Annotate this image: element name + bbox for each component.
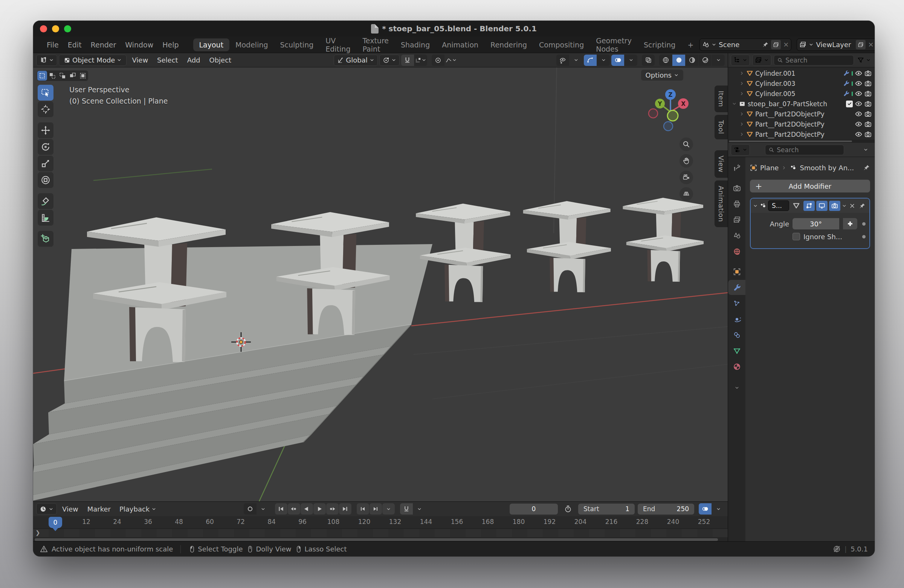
perspective-ortho-button[interactable]: [680, 187, 693, 201]
sidebar-tab-view[interactable]: View: [714, 150, 728, 178]
tool-rotate[interactable]: [38, 139, 54, 155]
decorator-dot[interactable]: [862, 222, 866, 226]
auto-keying-toggle[interactable]: [244, 503, 256, 515]
hide-viewport-icon[interactable]: [855, 131, 862, 138]
proportional-editing-toggle[interactable]: [431, 55, 444, 66]
xray-toggle[interactable]: [642, 55, 655, 66]
frame-jump-dropdown[interactable]: [382, 503, 395, 515]
outliner-search[interactable]: [774, 55, 854, 66]
sidebar-tab-tool[interactable]: Tool: [714, 115, 728, 139]
tab-animation[interactable]: Animation: [436, 38, 484, 51]
channel-expander[interactable]: ❯: [35, 529, 40, 536]
gizmos-toggle[interactable]: [584, 55, 597, 66]
modifier-edit-mode-toggle[interactable]: [791, 201, 802, 211]
current-frame-field[interactable]: 0: [510, 504, 558, 515]
tool-select-box[interactable]: [38, 85, 54, 101]
tool-cursor[interactable]: [38, 101, 54, 117]
pan-view-button[interactable]: [680, 154, 693, 168]
frame-end-field[interactable]: End250: [638, 504, 694, 515]
sidebar-tab-item[interactable]: Item: [714, 85, 728, 112]
hide-viewport-icon[interactable]: [855, 70, 862, 77]
transform-orientation-selector[interactable]: Global: [334, 55, 378, 66]
snap-playhead-dropdown[interactable]: [413, 503, 426, 515]
tab-physics-properties[interactable]: [728, 311, 746, 327]
gizmo-axis-neg-z[interactable]: [664, 122, 673, 131]
gizmo-axis-neg-x[interactable]: [649, 109, 657, 118]
tab-compositing[interactable]: Compositing: [533, 38, 590, 51]
disable-render-icon[interactable]: [864, 90, 872, 97]
playhead[interactable]: 0: [49, 517, 62, 528]
menu-render[interactable]: Render: [86, 39, 121, 51]
snap-toggle[interactable]: [401, 55, 414, 66]
outliner-editor-type-selector[interactable]: [731, 55, 750, 66]
expand-icon[interactable]: [740, 71, 744, 76]
tab-object-data-properties[interactable]: [728, 343, 746, 358]
pin-modifier-icon[interactable]: [859, 203, 866, 209]
viewport-canvas[interactable]: User Perspective (0) Scene Collection | …: [33, 68, 728, 501]
modifier-realtime-toggle[interactable]: [816, 201, 828, 211]
outliner-filter-dropdown[interactable]: [856, 55, 872, 66]
shading-rendered-button[interactable]: [699, 55, 711, 66]
camera-view-button[interactable]: [680, 171, 693, 184]
hide-viewport-icon[interactable]: [855, 120, 862, 128]
new-scene-button[interactable]: [771, 40, 781, 49]
hide-viewport-icon[interactable]: [855, 111, 862, 117]
select-mode-new[interactable]: [37, 71, 47, 81]
tool-transform[interactable]: [38, 172, 54, 188]
tab-strip-overflow-chevron[interactable]: [728, 380, 746, 395]
tab-modeling[interactable]: Modeling: [229, 38, 274, 51]
pin-icon[interactable]: [762, 41, 769, 48]
disable-render-icon[interactable]: [864, 100, 872, 107]
tab-object-properties[interactable]: [728, 264, 746, 279]
tab-geometry-nodes[interactable]: Geometry Nodes: [590, 34, 638, 55]
expand-icon[interactable]: [740, 91, 744, 96]
tab-texture-paint[interactable]: Texture Paint: [356, 34, 395, 55]
visibility-chevron[interactable]: [569, 55, 582, 66]
tab-rendering[interactable]: Rendering: [484, 38, 533, 51]
tab-uv-editing[interactable]: UV Editing: [319, 34, 356, 55]
menu-window[interactable]: Window: [120, 39, 158, 51]
scene-selector[interactable]: Scene ✕: [700, 38, 791, 51]
outliner-row-part-1[interactable]: Part__Part2DObjectPy: [728, 109, 875, 119]
tab-tool-properties[interactable]: [728, 160, 746, 175]
collection-checkbox[interactable]: [846, 101, 853, 107]
breadcrumb-object[interactable]: Plane: [760, 164, 779, 172]
disable-render-icon[interactable]: [864, 80, 872, 87]
menu-help[interactable]: Help: [158, 39, 183, 51]
tab-world-properties[interactable]: [728, 244, 746, 259]
disable-render-icon[interactable]: [864, 120, 872, 128]
view-layer-selector[interactable]: ViewLayer ✕: [797, 38, 875, 51]
jump-to-end-button[interactable]: [339, 503, 351, 515]
disable-render-icon[interactable]: [864, 111, 872, 117]
tab-output-properties[interactable]: [728, 196, 746, 211]
outliner-display-mode-selector[interactable]: [752, 55, 771, 66]
timeline-scrollbar[interactable]: [33, 537, 728, 541]
mode-selector[interactable]: Object Mode: [59, 55, 126, 66]
timeline-menu-marker[interactable]: Marker: [84, 504, 114, 514]
select-mode-extend[interactable]: [47, 71, 57, 81]
new-view-layer-button[interactable]: [856, 40, 866, 49]
outliner-row-part-2[interactable]: Part__Part2DObjectPy: [728, 119, 875, 129]
delete-modifier-icon[interactable]: [849, 203, 855, 209]
outliner-scrollbar[interactable]: [728, 140, 875, 143]
outliner-row-cylinder-001[interactable]: Cylinder.001: [728, 68, 875, 78]
properties-search[interactable]: [765, 145, 844, 155]
outliner-row-part-3[interactable]: Part__Part2DObjectPy: [728, 129, 875, 139]
timeline-tracks[interactable]: ❯: [33, 529, 728, 537]
shading-solid-button[interactable]: [672, 55, 685, 66]
properties-options-dropdown[interactable]: [859, 144, 872, 156]
use-preview-range-toggle[interactable]: [562, 503, 574, 515]
sidebar-tab-animation[interactable]: Animation: [714, 180, 728, 227]
shading-wireframe-button[interactable]: [659, 55, 672, 66]
viewport-menu-select[interactable]: Select: [153, 55, 182, 65]
hide-viewport-icon[interactable]: [855, 100, 862, 107]
select-mode-subtract[interactable]: [58, 71, 68, 81]
hide-viewport-icon[interactable]: [855, 80, 862, 87]
timeline-menu-playback[interactable]: Playback: [116, 503, 160, 515]
tab-render-properties[interactable]: [728, 180, 746, 196]
snap-settings-dropdown[interactable]: [414, 55, 427, 66]
ignore-sharpness-checkbox[interactable]: [792, 233, 800, 240]
tool-annotate[interactable]: [38, 193, 54, 209]
tab-modifier-properties[interactable]: [728, 280, 746, 295]
tab-scene-properties[interactable]: [728, 228, 746, 243]
